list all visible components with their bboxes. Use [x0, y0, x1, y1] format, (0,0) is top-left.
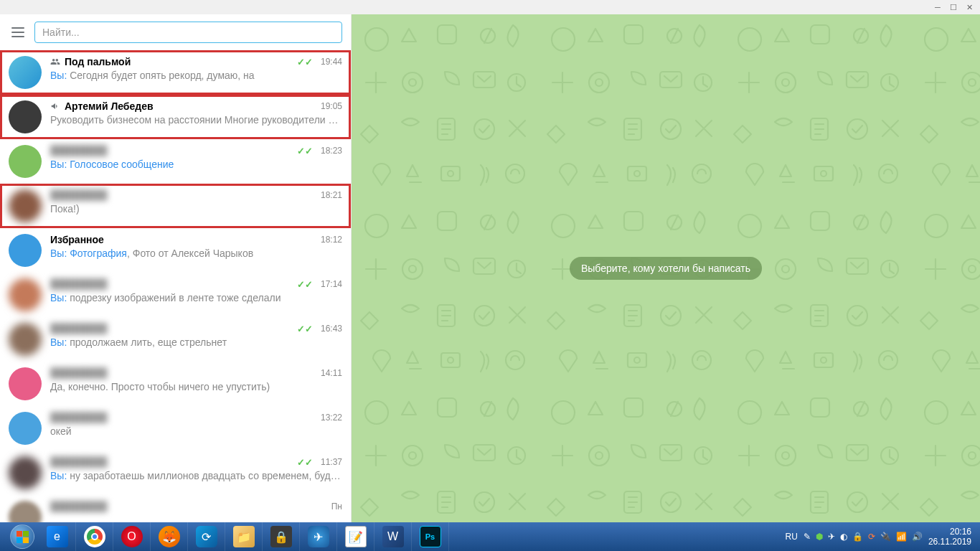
chat-time: 18:12 [321, 235, 342, 245]
avatar [9, 501, 42, 522]
chat-time: 11:37 [321, 457, 342, 467]
tray-power-icon[interactable]: 🔌 [880, 532, 891, 542]
avatar [9, 412, 42, 445]
taskbar-ie[interactable]: e [39, 522, 76, 551]
read-checks-icon: ✓✓ [297, 324, 313, 334]
search-box[interactable] [34, 22, 342, 43]
tray-volume-icon[interactable]: 🔊 [912, 532, 923, 542]
taskbar-app-swirl[interactable]: ⟳ [188, 522, 225, 551]
avatar [9, 100, 42, 133]
chat-name: ████████ [50, 456, 297, 468]
chat-time: 19:05 [321, 101, 342, 111]
taskbar-word[interactable]: W [374, 522, 412, 551]
chat-preview: Вы: Голосовое сообщение [50, 159, 342, 170]
chat-item[interactable]: ████████✓✓11:37Вы: ну заработаешь миллио… [0, 451, 351, 495]
chat-content: ████████✓✓16:43Вы: продолжаем лить, еще … [50, 323, 342, 348]
tray-pen-icon[interactable]: ✎ [804, 532, 811, 542]
chat-preview: Вы: продолжаем лить, еще стрельнет [50, 336, 342, 348]
chat-content: Под пальмой✓✓19:44Вы: Сегодня будет опят… [50, 56, 342, 81]
taskbar-telegram[interactable]: ✈ [300, 522, 337, 551]
chat-item[interactable]: ████████Пн [0, 495, 351, 522]
chat-time: 18:23 [321, 146, 342, 156]
chat-name: ████████ [50, 323, 297, 334]
chat-name: ████████ [50, 189, 315, 201]
avatar [9, 56, 42, 89]
tray-clock[interactable]: 20:16 26.11.2019 [928, 527, 974, 547]
tray-icons[interactable]: ✎ ⬢ ✈ ◐ 🔒 ⟳ 🔌 📶 🔊 [804, 532, 923, 542]
chat-name: Под пальмой [65, 56, 297, 67]
chat-item[interactable]: ████████✓✓16:43Вы: продолжаем лить, еще … [0, 317, 351, 362]
tray-telegram-icon[interactable]: ✈ [828, 532, 835, 542]
close-button[interactable]: ✕ [964, 2, 974, 12]
chat-time: 14:11 [321, 368, 342, 378]
taskbar-explorer[interactable]: 📁 [225, 522, 263, 551]
chat-item[interactable]: ████████✓✓18:23Вы: Голосовое сообщение [0, 139, 351, 184]
chat-top-row: Артемий Лебедев19:05 [50, 100, 342, 112]
chat-item[interactable]: ████████18:21Пока!) [0, 184, 351, 228]
taskbar-keepass[interactable]: 🔒 [263, 522, 300, 551]
chat-item[interactable]: ████████13:22окей [0, 406, 351, 451]
tray-lock-icon[interactable]: 🔒 [852, 532, 863, 542]
chat-item[interactable]: Избранное18:12Вы: Фотография, Фото от Ал… [0, 228, 351, 273]
taskbar: e O 🦊 ⟳ 📁 🔒 ✈ 📝 W Ps RU ✎ ⬢ ✈ ◐ 🔒 ⟳ 🔌 📶 … [0, 522, 980, 551]
chat-list[interactable]: Под пальмой✓✓19:44Вы: Сегодня будет опят… [0, 50, 351, 522]
chat-name: ████████ [50, 367, 315, 379]
chat-name: ████████ [50, 501, 326, 512]
window-titlebar: ─ ☐ ✕ [0, 0, 980, 14]
chat-content: ████████Пн [50, 501, 342, 514]
tray-shield-icon[interactable]: ⬢ [816, 532, 823, 542]
chat-top-row: ████████Пн [50, 501, 342, 512]
avatar [9, 278, 42, 311]
tray-date-text: 26.11.2019 [928, 537, 971, 547]
taskbar-firefox[interactable]: 🦊 [151, 522, 188, 551]
chat-top-row: ████████13:22 [50, 412, 342, 423]
chat-time: 18:21 [321, 190, 342, 200]
chat-time: 13:22 [321, 413, 342, 423]
chat-item[interactable]: ████████✓✓17:14Вы: подрезку изображений … [0, 273, 351, 317]
chat-content: Избранное18:12Вы: Фотография, Фото от Ал… [50, 234, 342, 259]
chat-name: ████████ [50, 145, 297, 156]
chat-top-row: ████████✓✓17:14 [50, 278, 342, 290]
taskbar-photoshop[interactable]: Ps [412, 522, 449, 551]
chat-time: 16:43 [321, 324, 342, 334]
chat-preview: Вы: подрезку изображений в ленте тоже сд… [50, 292, 342, 303]
tray-network-icon[interactable]: 📶 [896, 532, 907, 542]
chat-name: Артемий Лебедев [65, 100, 315, 112]
chat-preview: Да, конечно. Просто чтобы ничего не упус… [50, 381, 342, 392]
chat-top-row: ████████✓✓16:43 [50, 323, 342, 334]
taskbar-notepad[interactable]: 📝 [337, 522, 374, 551]
search-input[interactable] [42, 27, 334, 38]
menu-icon[interactable] [11, 27, 24, 37]
read-checks-icon: ✓✓ [297, 279, 313, 290]
chat-item[interactable]: Артемий Лебедев19:05Руководить бизнесом … [0, 95, 351, 139]
chat-item[interactable]: ████████14:11Да, конечно. Просто чтобы н… [0, 362, 351, 406]
tray-lang[interactable]: RU [786, 532, 798, 542]
start-button[interactable] [6, 522, 39, 551]
read-checks-icon: ✓✓ [297, 57, 313, 67]
left-panel: Под пальмой✓✓19:44Вы: Сегодня будет опят… [0, 14, 352, 522]
chat-preview: Вы: Сегодня будет опять рекорд, думаю, н… [50, 70, 342, 81]
chat-top-row: ████████14:11 [50, 367, 342, 379]
chat-content: ████████✓✓18:23Вы: Голосовое сообщение [50, 145, 342, 170]
read-checks-icon: ✓✓ [297, 457, 313, 468]
read-checks-icon: ✓✓ [297, 146, 313, 156]
taskbar-opera[interactable]: O [113, 522, 151, 551]
chat-item[interactable]: Под пальмой✓✓19:44Вы: Сегодня будет опят… [0, 50, 351, 95]
chat-preview: Вы: ну заработаешь миллионов двадцать со… [50, 470, 342, 481]
tray-circle-icon[interactable]: ◐ [840, 532, 847, 542]
minimize-button[interactable]: ─ [933, 2, 943, 12]
tray-sync-icon[interactable]: ⟳ [868, 532, 875, 542]
chat-name: ████████ [50, 278, 297, 290]
maximize-button[interactable]: ☐ [948, 2, 958, 12]
system-tray[interactable]: RU ✎ ⬢ ✈ ◐ 🔒 ⟳ 🔌 📶 🔊 20:16 26.11.2019 [786, 527, 974, 547]
avatar [9, 323, 42, 356]
chat-name: Избранное [50, 234, 315, 245]
chat-top-row: Избранное18:12 [50, 234, 342, 245]
chat-top-row: ████████✓✓18:23 [50, 145, 342, 156]
chat-name: ████████ [50, 412, 315, 423]
taskbar-chrome[interactable] [76, 522, 113, 551]
chat-top-row: ████████18:21 [50, 189, 342, 201]
chat-content: ████████14:11Да, конечно. Просто чтобы н… [50, 367, 342, 392]
avatar [9, 189, 42, 222]
avatar [9, 234, 42, 267]
